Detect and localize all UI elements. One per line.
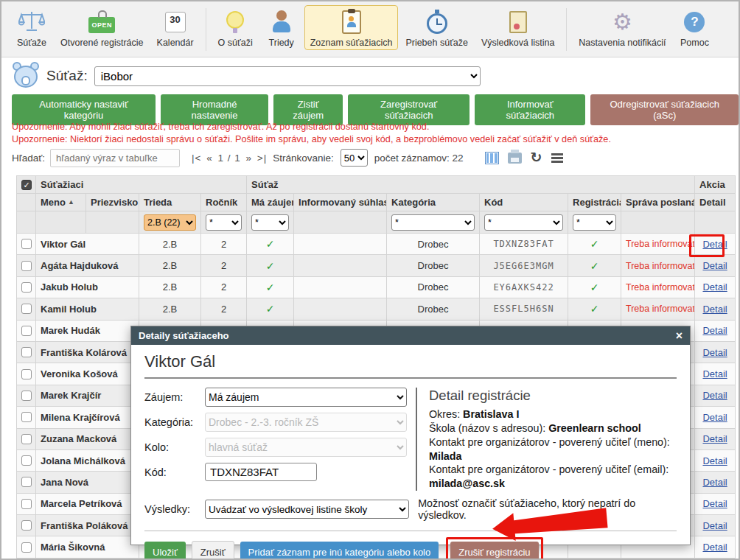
toolbar-item-label: Kalendár (157, 38, 194, 48)
detail-link[interactable]: Detail (702, 281, 727, 293)
select-all-checkbox-cell: ✓ (17, 176, 36, 194)
student-name-cell: Františka Kolárová (36, 341, 139, 363)
column-header-7[interactable]: Kategória (387, 194, 480, 211)
detail-link[interactable]: Detail (702, 542, 727, 553)
student-name-cell: Milena Krajčírová (36, 407, 139, 428)
detail-link[interactable]: Detail (702, 520, 727, 531)
detail-link[interactable]: Detail (702, 390, 727, 401)
column-header-11[interactable]: Detail (695, 194, 736, 211)
student-name-cell: Jakub Holub (36, 276, 139, 298)
toolbar-item-kalendar[interactable]: 30Kalendár (151, 5, 200, 50)
modal-button-1[interactable]: Uložiť (144, 542, 186, 560)
row-checkbox[interactable] (21, 477, 32, 487)
filter-select-kategoria[interactable]: * (391, 214, 475, 231)
detail-link[interactable]: Detail (702, 477, 727, 488)
detail-link[interactable]: Detail (702, 260, 727, 271)
filter-select-registracia[interactable]: * (573, 214, 616, 231)
row-checkbox[interactable] (21, 304, 32, 314)
kod-input[interactable] (205, 463, 317, 481)
search-input[interactable] (50, 149, 180, 167)
row-checkbox[interactable] (21, 239, 32, 249)
cell: 2 (201, 255, 247, 276)
printer-icon[interactable] (508, 153, 522, 164)
modal-button-4[interactable]: Zrušiť registráciu (450, 542, 538, 560)
detail-cell: Detail (695, 449, 736, 471)
column-header-5[interactable]: Má záujem (247, 194, 294, 211)
filter-select-trieda[interactable]: 2.B (22) (144, 214, 196, 231)
detail-link[interactable]: Detail (702, 412, 727, 423)
page-first-button[interactable]: |< (191, 153, 202, 164)
vysledky-select[interactable]: Uvádzať vo výsledkovej listine školy (205, 500, 409, 519)
column-header-1[interactable]: Meno▲ (36, 194, 86, 211)
calendar-icon: 30 (165, 12, 186, 32)
filter-select-ma-zaujem[interactable]: * (251, 214, 289, 231)
row-checkbox[interactable] (21, 261, 32, 271)
toolbar-item-o-sutazi[interactable]: O súťaži (212, 5, 259, 50)
help-icon: ? (684, 12, 705, 32)
modal-title: Detaily súťažiaceho (139, 330, 229, 341)
row-checkbox[interactable] (21, 434, 32, 444)
column-header-9[interactable]: Registrácia (568, 194, 621, 211)
toolbar-item-vysledkova-listina[interactable]: Výsledková listina (475, 5, 560, 50)
modal-button-2[interactable]: Zrušiť (192, 541, 234, 560)
page-prev-button[interactable]: « (206, 153, 214, 164)
row-checkbox[interactable] (21, 347, 32, 357)
close-icon[interactable]: × (676, 330, 683, 342)
column-header-6[interactable]: Informovaný súhlas (294, 194, 387, 211)
filter-select-kod[interactable]: * (484, 214, 563, 231)
refresh-icon[interactable]: ↻ (531, 152, 542, 164)
open-sign-icon: OPEN (88, 17, 115, 33)
toolbar-item-nastavenia-notifikacii[interactable]: ⚙Nastavenia notifikácií (573, 5, 671, 50)
column-header-4[interactable]: Ročník (201, 194, 247, 211)
page-size-select[interactable]: 50 (341, 149, 368, 167)
table-row: Agáta Hajduková2.B2✓DrobecJ5EG6E3MGM✓Tre… (17, 255, 736, 276)
detail-link[interactable]: Detail (702, 455, 727, 466)
toolbar-item-priebeh-sutaze[interactable]: Priebeh súťaže (399, 5, 474, 50)
row-checkbox[interactable] (21, 412, 32, 422)
student-name-cell: Františka Poláková (36, 515, 139, 536)
detail-link[interactable]: Detail (702, 368, 727, 379)
detail-link[interactable]: Detail (702, 304, 727, 315)
toolbar-item-zoznam-sutaziacich[interactable]: Zoznam súťažiacich (304, 5, 399, 50)
detail-link[interactable]: Detail (702, 498, 727, 509)
detail-link[interactable]: Detail (702, 325, 727, 336)
row-checkbox[interactable] (21, 326, 32, 336)
student-name-cell: Jana Nová (36, 472, 139, 493)
row-checkbox[interactable] (21, 455, 32, 466)
competition-select[interactable]: iBobor (94, 66, 481, 86)
action-button-5[interactable]: Informovať súťažiacich (475, 94, 586, 125)
toolbar-item-triedy[interactable]: Triedy (260, 5, 303, 50)
column-header-2[interactable]: Priezvisko▲ (86, 194, 139, 211)
row-checkbox[interactable] (21, 391, 32, 401)
row-checkbox[interactable] (21, 282, 32, 293)
row-checkbox[interactable] (21, 369, 32, 379)
cell: Drobec (387, 255, 480, 276)
zaujem-select[interactable]: Má záujem (205, 388, 407, 407)
row-checkbox[interactable] (21, 542, 32, 553)
column-header-8[interactable]: Kód (480, 194, 568, 211)
row-checkbox[interactable] (21, 499, 32, 509)
columns-icon[interactable] (485, 152, 499, 164)
page-next-button[interactable]: » (245, 153, 254, 164)
list-icon[interactable] (551, 153, 563, 163)
toolbar-item-otvorene-registracie[interactable]: OPENOtvorené registrácie (55, 5, 150, 50)
column-header-10[interactable]: Správa poslaná (621, 194, 695, 211)
column-header-3[interactable]: Trieda (139, 194, 201, 211)
vysledky-label: Výsledky: (144, 503, 205, 515)
filter-cell: * (387, 211, 480, 234)
modal-button-3[interactable]: Pridať záznam pre inú kategóriu alebo ko… (240, 542, 439, 560)
page-last-button[interactable]: >| (256, 153, 268, 164)
row-checkbox[interactable] (21, 520, 32, 531)
toolbar-item-sutaze[interactable]: Súťaže (10, 5, 53, 50)
detail-cell: Detail (695, 385, 736, 406)
select-all-checkbox[interactable]: ✓ (21, 180, 32, 190)
toolbar-item-pomoc[interactable]: ?Pomoc (673, 5, 716, 50)
detail-link[interactable]: Detail (702, 239, 727, 250)
detail-link[interactable]: Detail (702, 433, 727, 444)
student-name: Viktor Gál (144, 352, 677, 371)
detail-link[interactable]: Detail (702, 347, 727, 358)
detail-cell: Detail (695, 493, 736, 514)
filter-select-rocnik[interactable]: * (206, 214, 242, 231)
action-button-6[interactable]: Odregistrovať súťažiacich (aSc) (590, 94, 739, 125)
lightbulb-icon (226, 11, 244, 29)
